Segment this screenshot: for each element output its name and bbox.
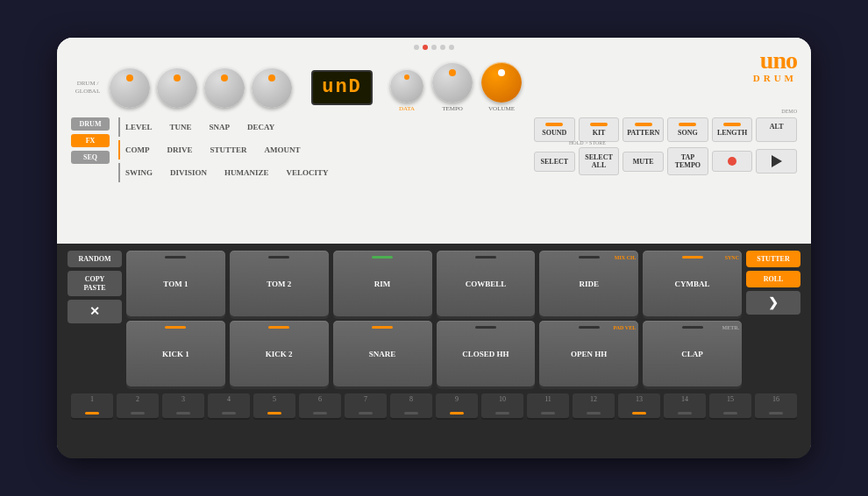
controls-area: DRUM FX SEQ LEVEL TUNE SNAP DECAY COMP <box>71 117 797 182</box>
step-15[interactable]: 15 <box>709 393 751 418</box>
fx-param-line: COMP DRIVE STUTTER AMOUNT <box>118 140 527 159</box>
pad-rim[interactable]: RIM <box>333 251 432 316</box>
step-13[interactable]: 13 <box>618 393 660 418</box>
tempo-knob[interactable] <box>432 62 473 103</box>
pad-kick1-label: KICK 1 <box>162 350 189 358</box>
pattern-button[interactable]: PATTERN <box>623 117 664 142</box>
step-12[interactable]: 12 <box>573 393 615 418</box>
pad-ride[interactable]: RIDE MIX CH. <box>539 251 638 316</box>
step-2-indicator <box>131 412 145 415</box>
data-knob-group: DATA <box>390 69 423 112</box>
step-6[interactable]: 6 <box>299 393 341 418</box>
knob-1[interactable] <box>110 67 150 108</box>
pad-tom1-label: TOM 1 <box>163 280 188 288</box>
tap-tempo-button[interactable]: TAPTEMPO <box>667 147 708 175</box>
param-tune: TUNE <box>170 123 192 131</box>
left-side-buttons: RANDOM COPYPASTE ✕ <box>68 251 122 386</box>
drum-mode-button[interactable]: DRUM <box>71 117 110 131</box>
kit-button[interactable]: KIT <box>579 117 620 142</box>
indicator-dot-3 <box>431 45 437 50</box>
alt-button[interactable]: ALT <box>756 117 797 142</box>
roll-button[interactable]: ROLL <box>746 271 800 287</box>
pad-closed-hh[interactable]: CLOSED HH <box>437 321 536 386</box>
seq-mode-button[interactable]: SEQ <box>71 151 110 164</box>
transport-row: SELECT SELECTALL MUTE TAPTEMPO <box>534 147 797 175</box>
knob-2[interactable] <box>157 67 197 108</box>
volume-knob[interactable] <box>481 62 522 103</box>
ride-indicator <box>579 256 600 259</box>
step-15-indicator <box>723 412 737 415</box>
sound-button[interactable]: SOUND <box>534 117 575 142</box>
step-13-indicator <box>632 412 646 415</box>
drum-global-label: DRUM / GLOBAL <box>71 80 104 95</box>
step-3[interactable]: 3 <box>162 393 204 418</box>
pad-snare[interactable]: SNARE <box>333 321 432 386</box>
drum-params: LEVEL TUNE SNAP DECAY <box>125 123 274 131</box>
x-button[interactable]: ✕ <box>68 300 122 323</box>
play-icon <box>772 155 782 167</box>
step-11[interactable]: 11 <box>527 393 569 418</box>
pad-kick1[interactable]: KICK 1 <box>126 321 225 386</box>
record-button[interactable] <box>712 151 753 172</box>
pad-open-hh[interactable]: OPEN HH PAD VEL <box>539 321 638 386</box>
step-14[interactable]: 14 <box>664 393 706 418</box>
copy-paste-button[interactable]: COPYPASTE <box>68 271 122 296</box>
data-knob[interactable] <box>390 69 423 103</box>
kick1-indicator <box>165 326 186 329</box>
step-2[interactable]: 2 <box>117 393 159 418</box>
next-button[interactable]: ❯ <box>746 291 800 315</box>
demo-label: DEMO <box>781 109 797 114</box>
step-13-label: 13 <box>636 395 643 403</box>
fx-mode-button[interactable]: FX <box>71 134 110 147</box>
seq-params: SWING DIVISION HUMANIZE VELOCITY <box>125 168 329 177</box>
step-9-indicator <box>450 412 464 415</box>
step-5[interactable]: 5 <box>253 393 295 418</box>
pad-open-hh-label: OPEN HH <box>571 350 607 358</box>
pad-tom1[interactable]: TOM 1 <box>126 251 225 316</box>
step-9[interactable]: 9 <box>436 393 478 418</box>
uno-drum-logo: uno DRUM <box>753 48 797 83</box>
step-16[interactable]: 16 <box>755 393 797 418</box>
length-button[interactable]: LENGTH <box>712 117 753 142</box>
mute-button[interactable]: MUTE <box>623 152 664 172</box>
knob-3[interactable] <box>204 67 245 108</box>
step-16-label: 16 <box>772 395 779 403</box>
tom1-indicator <box>165 256 186 259</box>
random-button[interactable]: RANDOM <box>68 251 122 267</box>
tom2-indicator <box>268 256 289 259</box>
fx-params: COMP DRIVE STUTTER AMOUNT <box>125 145 301 154</box>
step-3-label: 3 <box>181 395 185 403</box>
knob-4[interactable] <box>252 67 292 108</box>
pad-cymbal-label: CYMBAL <box>675 280 710 288</box>
step-7-indicator <box>359 412 373 415</box>
indicator-dot-4 <box>440 45 445 50</box>
song-button[interactable]: SONG <box>667 117 708 142</box>
pad-closed-hh-label: CLOSED HH <box>462 350 509 358</box>
tempo-knob-label: TEMPO <box>442 105 463 112</box>
select-all-button[interactable]: SELECTALL <box>579 147 620 175</box>
step-6-label: 6 <box>318 395 322 403</box>
pad-clap[interactable]: CLAP METR. <box>643 321 742 386</box>
param-velocity: VELOCITY <box>287 168 329 177</box>
step-10[interactable]: 10 <box>481 393 523 418</box>
pad-cowbell[interactable]: COWBELL <box>437 251 536 316</box>
uno-logo-text: uno <box>753 48 797 73</box>
step-7[interactable]: 7 <box>345 393 387 418</box>
select-button[interactable]: SELECT <box>534 152 575 172</box>
pad-rim-label: RIM <box>374 280 391 288</box>
pad-cymbal[interactable]: CYMBAL SYNC <box>643 251 742 316</box>
pad-kick2[interactable]: KICK 2 <box>230 321 329 386</box>
step-4[interactable]: 4 <box>208 393 250 418</box>
open-hh-sub-label: PAD VEL <box>614 325 637 330</box>
step-8-indicator <box>404 412 418 415</box>
stutter-button[interactable]: STUTTER <box>746 251 800 267</box>
play-button[interactable] <box>756 149 797 174</box>
step-4-label: 4 <box>227 395 231 403</box>
display-text: unD <box>322 76 362 98</box>
pad-tom2[interactable]: TOM 2 <box>230 251 329 316</box>
step-8[interactable]: 8 <box>390 393 432 418</box>
step-1[interactable]: 1 <box>71 393 113 418</box>
cowbell-indicator <box>475 256 496 259</box>
cymbal-indicator <box>682 256 703 259</box>
step-10-label: 10 <box>499 395 506 403</box>
